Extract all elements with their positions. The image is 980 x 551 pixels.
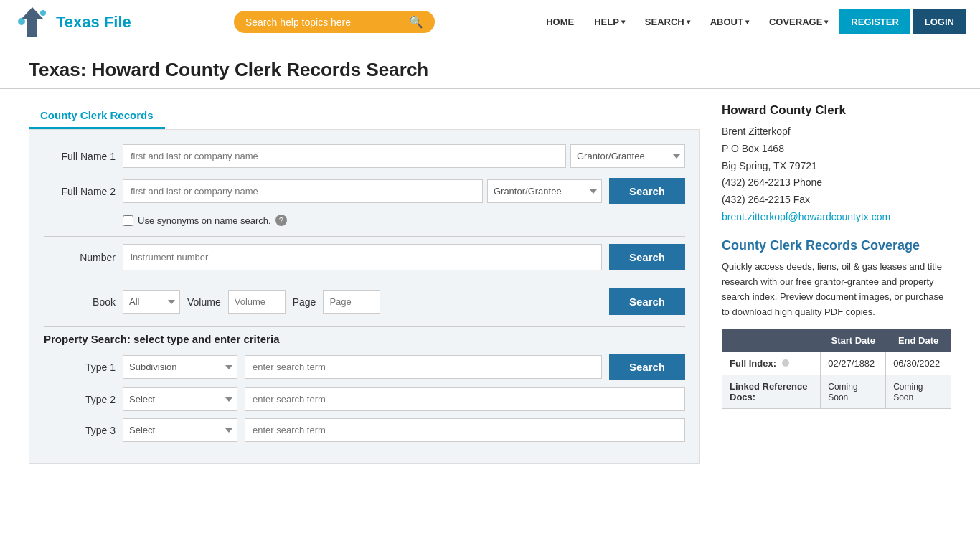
row-1-end: 06/30/2022: [886, 352, 951, 375]
type-2-input[interactable]: [245, 387, 685, 411]
nav-coverage[interactable]: COVERAGE ▾: [760, 11, 837, 33]
book-label: Book: [44, 296, 116, 308]
col-header-label: [722, 329, 821, 352]
nav-area: HOME HELP ▾ SEARCH ▾ ABOUT ▾ COVERAGE ▾ …: [537, 9, 966, 34]
register-button[interactable]: REGISTER: [839, 9, 910, 34]
page-title-section: Texas: Howard County Clerk Records Searc…: [0, 44, 980, 89]
chevron-down-icon: ▾: [621, 18, 625, 26]
volume-input[interactable]: [228, 290, 286, 314]
full-name-2-input[interactable]: [123, 179, 483, 203]
divider-2: [44, 281, 685, 281]
tab-bar: County Clerk Records: [29, 103, 700, 129]
nav-search[interactable]: SEARCH ▾: [636, 11, 699, 33]
page-input[interactable]: [323, 290, 380, 314]
chevron-down-icon: ▾: [745, 18, 749, 26]
type-3-row: Type 3 Select: [44, 418, 685, 442]
clerk-email[interactable]: brent.zitterkopf@howardcountytx.com: [722, 211, 890, 222]
type-3-select[interactable]: Select: [123, 418, 237, 442]
number-input[interactable]: [123, 244, 602, 270]
search-form: Full Name 1 Grantor/Grantee Full Name 2 …: [29, 129, 700, 464]
chevron-down-icon: ▾: [824, 18, 828, 26]
type-3-label: Type 3: [44, 425, 116, 436]
chevron-down-icon: ▾: [687, 18, 690, 26]
nav-home[interactable]: HOME: [537, 11, 583, 33]
row-2-end: Coming Soon: [886, 375, 951, 409]
nav-about[interactable]: ABOUT ▾: [702, 11, 758, 33]
number-search-button[interactable]: Search: [609, 244, 685, 270]
col-header-start: Start Date: [821, 329, 886, 352]
clerk-address1: P O Box 1468: [722, 141, 951, 158]
name-search-button[interactable]: Search: [609, 178, 685, 204]
row-2-label: Linked Reference Docs:: [722, 375, 821, 409]
logo-text: Texas File: [56, 13, 131, 32]
synonyms-row: Use synonyms on name search. ?: [123, 215, 685, 226]
page-title: Texas: Howard County Clerk Records Searc…: [29, 59, 951, 81]
row-2-start: Coming Soon: [821, 375, 886, 409]
type-1-row: Type 1 Subdivision Search: [44, 354, 685, 380]
tab-county-clerk-records[interactable]: County Clerk Records: [29, 103, 165, 129]
full-name-1-input[interactable]: [123, 144, 566, 168]
type-2-row: Type 2 Select: [44, 387, 685, 411]
coverage-text: Quickly access deeds, liens, oil & gas l…: [722, 260, 951, 319]
full-name-1-row: Full Name 1 Grantor/Grantee: [44, 144, 685, 168]
search-icon: 🔍: [409, 15, 423, 29]
clerk-phone: (432) 264-2213 Phone: [722, 174, 951, 192]
type-1-input[interactable]: [245, 355, 602, 379]
svg-point-1: [18, 18, 25, 25]
help-icon[interactable]: ?: [275, 215, 287, 226]
row-1-label: Full Index:: [722, 352, 821, 375]
type-1-label: Type 1: [44, 362, 116, 373]
row-1-start: 02/27/1882: [821, 352, 886, 375]
svg-point-2: [40, 10, 46, 16]
clerk-title: Howard County Clerk: [722, 103, 951, 118]
property-section-title: Property Search: select type and enter c…: [44, 326, 685, 345]
full-name-1-label: Full Name 1: [44, 151, 116, 162]
number-label: Number: [44, 252, 116, 263]
header-search-bar[interactable]: 🔍: [234, 11, 435, 33]
volume-label: Volume: [187, 296, 221, 308]
login-button[interactable]: LOGIN: [913, 9, 966, 34]
property-search-button[interactable]: Search: [609, 354, 685, 380]
header-search-input[interactable]: [245, 17, 403, 28]
page-label: Page: [293, 296, 316, 308]
left-panel: County Clerk Records Full Name 1 Grantor…: [29, 103, 700, 464]
clerk-fax: (432) 264-2215 Fax: [722, 192, 951, 209]
full-name-2-label: Full Name 2: [44, 186, 116, 197]
status-dot: [782, 359, 789, 367]
book-select[interactable]: All: [123, 290, 180, 314]
book-row: Book All Volume Page Search: [44, 288, 685, 315]
coverage-title: County Clerk Records Coverage: [722, 237, 951, 254]
full-name-1-inputs: Grantor/Grantee: [123, 144, 685, 168]
type-2-select[interactable]: Select: [123, 387, 237, 411]
full-name-1-role-select[interactable]: Grantor/Grantee: [570, 144, 685, 168]
full-name-2-role-select[interactable]: Grantor/Grantee: [487, 179, 602, 203]
clerk-name: Brent Zitterkopf: [722, 123, 951, 141]
divider-1: [44, 236, 685, 237]
col-header-end: End Date: [886, 329, 951, 352]
book-search-button[interactable]: Search: [609, 288, 685, 315]
synonyms-label: Use synonyms on name search.: [138, 215, 271, 226]
main-layout: County Clerk Records Full Name 1 Grantor…: [0, 89, 980, 479]
table-row: Linked Reference Docs: Coming Soon Comin…: [722, 375, 951, 409]
number-row: Number Search: [44, 244, 685, 270]
coverage-table: Start Date End Date Full Index: 02/27/18…: [722, 329, 951, 409]
type-2-label: Type 2: [44, 394, 116, 405]
clerk-info: Brent Zitterkopf P O Box 1468 Big Spring…: [722, 123, 951, 226]
logo-area: Texas File: [14, 6, 131, 38]
synonyms-checkbox[interactable]: [123, 215, 133, 226]
header: Texas File 🔍 HOME HELP ▾ SEARCH ▾ ABOUT …: [0, 0, 980, 44]
right-panel: Howard County Clerk Brent Zitterkopf P O…: [722, 103, 951, 464]
logo-icon: [14, 6, 50, 38]
type-1-select[interactable]: Subdivision: [123, 355, 237, 379]
nav-help[interactable]: HELP ▾: [585, 11, 633, 33]
full-name-2-inputs: Grantor/Grantee: [123, 179, 602, 203]
clerk-address2: Big Spring, TX 79721: [722, 158, 951, 175]
full-name-2-row: Full Name 2 Grantor/Grantee Search: [44, 178, 685, 204]
type-3-input[interactable]: [245, 418, 685, 442]
table-row: Full Index: 02/27/1882 06/30/2022: [722, 352, 951, 375]
